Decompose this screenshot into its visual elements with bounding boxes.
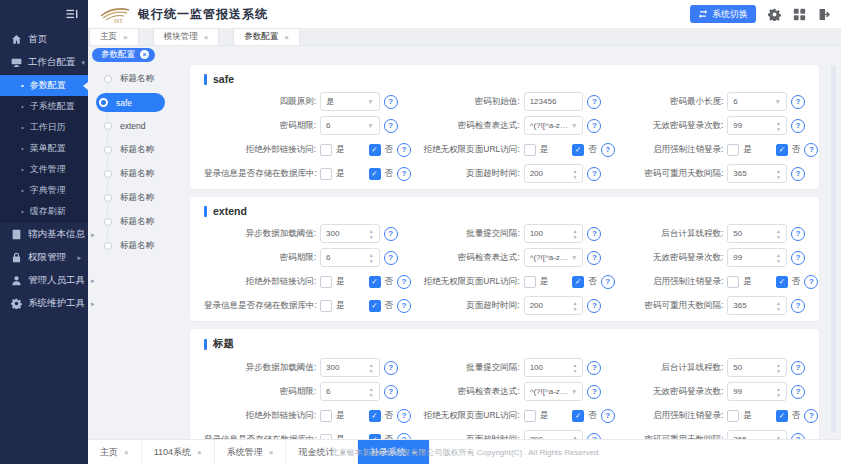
help-icon[interactable]: ? bbox=[804, 409, 818, 423]
spinner-control[interactable]: ▲▼ bbox=[369, 386, 374, 398]
close-icon[interactable]: × bbox=[284, 33, 289, 42]
spinner-control[interactable]: ▲▼ bbox=[776, 228, 781, 240]
breadcrumb-pill[interactable]: 参数配置 × bbox=[92, 48, 155, 62]
checkbox-no[interactable]: ✓否 bbox=[369, 276, 394, 288]
sidebar-item-admin-tools[interactable]: 管理人员工具▸ bbox=[0, 269, 88, 292]
sidebar-subitem-subsystem-config[interactable]: •子系统配置 bbox=[0, 96, 88, 117]
subnav-item[interactable]: 标题名称 bbox=[96, 234, 190, 258]
close-icon[interactable]: × bbox=[140, 50, 149, 59]
select-control[interactable]: ^(?![^a-zA-z]+$)(?!\D+$)[0-9A-Z...▼ bbox=[524, 116, 584, 135]
spinner-control[interactable]: ▲▼ bbox=[776, 252, 781, 264]
number-input[interactable]: 99▲▼ bbox=[727, 116, 787, 135]
spinner-control[interactable]: ▲▼ bbox=[776, 168, 781, 180]
checkbox-no[interactable]: ✓否 bbox=[369, 144, 394, 156]
select-control[interactable]: 6▼ bbox=[320, 116, 380, 135]
tab-home[interactable]: 主页× bbox=[89, 28, 139, 45]
close-icon[interactable]: × bbox=[124, 448, 129, 457]
spinner-control[interactable]: ▲▼ bbox=[572, 228, 577, 240]
checkbox-yes[interactable]: 是 bbox=[320, 410, 345, 422]
number-input[interactable]: 100▲▼ bbox=[524, 358, 584, 377]
number-input[interactable]: 365▲▼ bbox=[727, 296, 787, 315]
help-icon[interactable]: ? bbox=[587, 251, 601, 265]
help-icon[interactable]: ? bbox=[384, 227, 398, 241]
help-icon[interactable]: ? bbox=[384, 361, 398, 375]
help-icon[interactable]: ? bbox=[587, 95, 601, 109]
spinner-control[interactable]: ▲▼ bbox=[572, 362, 577, 374]
help-icon[interactable]: ? bbox=[791, 167, 805, 181]
subnav-item[interactable]: 标题名称 bbox=[96, 162, 190, 186]
spinner-control[interactable]: ▲▼ bbox=[369, 252, 374, 264]
help-icon[interactable]: ? bbox=[587, 167, 601, 181]
checkbox-no[interactable]: ✓否 bbox=[776, 144, 801, 156]
sidebar-collapse-icon[interactable] bbox=[66, 8, 79, 20]
number-input[interactable]: 200▲▼ bbox=[524, 296, 584, 315]
number-input[interactable]: 6▲▼ bbox=[320, 248, 380, 267]
spinner-control[interactable]: ▲▼ bbox=[369, 362, 374, 374]
checkbox-yes[interactable]: 是 bbox=[727, 410, 752, 422]
help-icon[interactable]: ? bbox=[587, 299, 601, 313]
checkbox-no[interactable]: ✓否 bbox=[572, 410, 597, 422]
spinner-control[interactable]: ▲▼ bbox=[776, 362, 781, 374]
help-icon[interactable]: ? bbox=[791, 385, 805, 399]
sidebar-subitem-dict-mgmt[interactable]: •字典管理 bbox=[0, 180, 88, 201]
sidebar-subitem-cache-refresh[interactable]: •缓存刷新 bbox=[0, 201, 88, 222]
number-input[interactable]: 6▲▼ bbox=[320, 382, 380, 401]
help-icon[interactable]: ? bbox=[587, 227, 601, 241]
close-icon[interactable]: × bbox=[197, 448, 202, 457]
spinner-control[interactable]: ▲▼ bbox=[369, 228, 374, 240]
help-icon[interactable]: ? bbox=[384, 119, 398, 133]
help-icon[interactable]: ? bbox=[804, 275, 818, 289]
help-icon[interactable]: ? bbox=[587, 361, 601, 375]
spinner-control[interactable]: ▲▼ bbox=[776, 300, 781, 312]
checkbox-no[interactable]: ✓否 bbox=[369, 410, 394, 422]
sidebar-subitem-param-config[interactable]: •参数配置 bbox=[0, 75, 88, 96]
number-input[interactable]: 300▲▼ bbox=[320, 358, 380, 377]
number-input[interactable]: 100▲▼ bbox=[524, 224, 584, 243]
help-icon[interactable]: ? bbox=[384, 95, 398, 109]
scrollbar-thumb[interactable] bbox=[831, 65, 836, 433]
checkbox-no[interactable]: ✓否 bbox=[369, 168, 394, 180]
checkbox-yes[interactable]: 是 bbox=[320, 276, 345, 288]
sidebar-subitem-menu-config[interactable]: •菜单配置 bbox=[0, 138, 88, 159]
spinner-control[interactable]: ▲▼ bbox=[776, 386, 781, 398]
help-icon[interactable]: ? bbox=[791, 119, 805, 133]
checkbox-no[interactable]: ✓否 bbox=[776, 276, 801, 288]
checkbox-no[interactable]: ✓否 bbox=[572, 144, 597, 156]
subnav-item[interactable]: 标题名称 bbox=[96, 210, 190, 234]
tab-module-mgmt[interactable]: 模块管理× bbox=[153, 28, 220, 45]
select-control[interactable]: 是▼ bbox=[320, 92, 380, 111]
bottom-tab-home[interactable]: 主页× bbox=[88, 440, 142, 464]
checkbox-no[interactable]: ✓否 bbox=[572, 276, 597, 288]
subnav-item[interactable]: safe bbox=[96, 93, 165, 112]
select-control[interactable]: ^(?![^a-zA-z]+$)(?!\D+$)[0-9A-Z...▼ bbox=[524, 382, 584, 401]
subnav-item[interactable]: 标题名称 bbox=[96, 67, 190, 91]
number-input[interactable]: 50▲▼ bbox=[727, 224, 787, 243]
help-icon[interactable]: ? bbox=[791, 95, 805, 109]
checkbox-no[interactable]: ✓否 bbox=[776, 410, 801, 422]
help-icon[interactable]: ? bbox=[804, 143, 818, 157]
number-input[interactable]: 99▲▼ bbox=[727, 382, 787, 401]
tab-param-config[interactable]: 参数配置× bbox=[233, 28, 300, 45]
number-input[interactable]: 365▲▼ bbox=[727, 164, 787, 183]
help-icon[interactable]: ? bbox=[587, 385, 601, 399]
help-icon[interactable]: ? bbox=[587, 119, 601, 133]
subnav-item[interactable]: 标题名称 bbox=[96, 186, 190, 210]
close-icon[interactable]: × bbox=[269, 448, 274, 457]
logout-icon[interactable] bbox=[818, 8, 831, 21]
number-input[interactable]: 50▲▼ bbox=[727, 358, 787, 377]
spinner-control[interactable]: ▲▼ bbox=[572, 168, 577, 180]
system-switch-button[interactable]: 系统切换 bbox=[690, 5, 756, 23]
sidebar-item-basic-info[interactable]: 辖内基本信息▸ bbox=[0, 223, 88, 246]
sidebar-item-workbench-config[interactable]: 工作台配置▾ bbox=[0, 51, 88, 74]
number-input[interactable]: 300▲▼ bbox=[320, 224, 380, 243]
checkbox-yes[interactable]: 是 bbox=[524, 276, 549, 288]
sidebar-item-permission-mgmt[interactable]: 权限管理▸ bbox=[0, 246, 88, 269]
help-icon[interactable]: ? bbox=[791, 361, 805, 375]
checkbox-yes[interactable]: 是 bbox=[727, 276, 752, 288]
help-icon[interactable]: ? bbox=[384, 385, 398, 399]
checkbox-yes[interactable]: 是 bbox=[524, 410, 549, 422]
checkbox-yes[interactable]: 是 bbox=[727, 144, 752, 156]
help-icon[interactable]: ? bbox=[791, 227, 805, 241]
grid-icon[interactable] bbox=[793, 8, 806, 21]
spinner-control[interactable]: ▲▼ bbox=[776, 120, 781, 132]
